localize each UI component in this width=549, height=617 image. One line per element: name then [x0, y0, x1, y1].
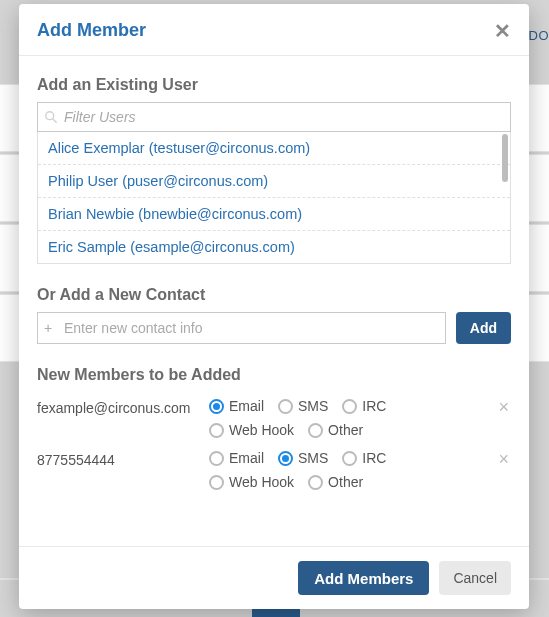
radio-icon: [209, 423, 224, 438]
user-list-item[interactable]: Philip User (puser@circonus.com): [38, 165, 510, 198]
radio-icon: [209, 475, 224, 490]
contact-type-label: IRC: [362, 450, 386, 466]
pending-heading: New Members to be Added: [37, 366, 511, 384]
contact-type-sms[interactable]: SMS: [278, 398, 328, 414]
contact-type-web-hook[interactable]: Web Hook: [209, 474, 294, 490]
contact-type-other[interactable]: Other: [308, 422, 363, 438]
contact-type-label: SMS: [298, 450, 328, 466]
cancel-button[interactable]: Cancel: [439, 561, 511, 595]
contact-type-label: IRC: [362, 398, 386, 414]
add-members-button[interactable]: Add Members: [298, 561, 429, 595]
close-icon[interactable]: ✕: [494, 21, 511, 41]
contact-type-label: SMS: [298, 398, 328, 414]
remove-pending-icon[interactable]: ×: [496, 398, 511, 416]
modal-title: Add Member: [37, 20, 146, 41]
radio-icon: [342, 399, 357, 414]
pending-member-row: fexample@circonus.comEmailSMSIRCWeb Hook…: [37, 392, 511, 444]
filter-users-input[interactable]: [38, 103, 510, 131]
user-list-item[interactable]: Eric Sample (esample@circonus.com): [38, 231, 510, 263]
contact-type-label: Web Hook: [229, 474, 294, 490]
new-contact-input[interactable]: [46, 313, 437, 343]
contact-type-email[interactable]: Email: [209, 398, 264, 414]
radio-icon: [342, 451, 357, 466]
contact-type-irc[interactable]: IRC: [342, 398, 386, 414]
new-contact-heading: Or Add a New Contact: [37, 286, 511, 304]
user-list-item[interactable]: Alice Exemplar (testuser@circonus.com): [38, 132, 510, 165]
contact-type-label: Email: [229, 450, 264, 466]
contact-type-other[interactable]: Other: [308, 474, 363, 490]
contact-type-label: Web Hook: [229, 422, 294, 438]
svg-line-1: [53, 119, 56, 122]
new-contact-field[interactable]: +: [37, 312, 446, 344]
contact-type-options: EmailSMSIRCWeb HookOther: [209, 398, 496, 438]
search-icon: [44, 110, 58, 124]
radio-icon: [278, 399, 293, 414]
remove-pending-icon[interactable]: ×: [496, 450, 511, 468]
radio-icon: [209, 451, 224, 466]
pending-member-row: 8775554444EmailSMSIRCWeb HookOther×: [37, 444, 511, 496]
radio-icon: [308, 475, 323, 490]
contact-type-label: Email: [229, 398, 264, 414]
pending-list: fexample@circonus.comEmailSMSIRCWeb Hook…: [37, 392, 511, 496]
contact-type-email[interactable]: Email: [209, 450, 264, 466]
pending-member-label: fexample@circonus.com: [37, 398, 209, 416]
add-contact-button[interactable]: Add: [456, 312, 511, 344]
contact-type-irc[interactable]: IRC: [342, 450, 386, 466]
existing-user-heading: Add an Existing User: [37, 76, 511, 94]
contact-type-sms[interactable]: SMS: [278, 450, 328, 466]
pending-member-label: 8775554444: [37, 450, 209, 468]
radio-icon: [278, 451, 293, 466]
user-list: Alice Exemplar (testuser@circonus.com)Ph…: [37, 132, 511, 264]
filter-users-field[interactable]: [37, 102, 511, 132]
contact-type-label: Other: [328, 474, 363, 490]
plus-icon: +: [44, 321, 52, 335]
scrollbar-thumb[interactable]: [502, 134, 508, 182]
user-list-item[interactable]: Brian Newbie (bnewbie@circonus.com): [38, 198, 510, 231]
contact-type-web-hook[interactable]: Web Hook: [209, 422, 294, 438]
radio-icon: [308, 423, 323, 438]
radio-icon: [209, 399, 224, 414]
add-member-modal: Add Member ✕ Add an Existing User Alice …: [19, 4, 529, 609]
contact-type-label: Other: [328, 422, 363, 438]
contact-type-options: EmailSMSIRCWeb HookOther: [209, 450, 496, 490]
